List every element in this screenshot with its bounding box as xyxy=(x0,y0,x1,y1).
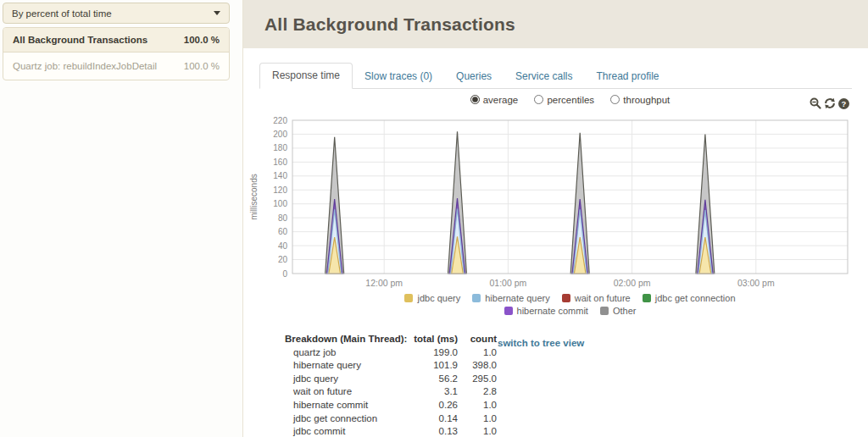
refresh-icon[interactable] xyxy=(824,97,836,109)
sort-filter-label: By percent of total time xyxy=(12,8,112,19)
svg-text:80: 80 xyxy=(278,213,288,223)
app-window: By percent of total time All Background … xyxy=(0,0,868,437)
breakdown-name: hibernate query xyxy=(285,359,414,373)
main-panel: All Background Transactions Response tim… xyxy=(243,0,868,437)
switch-to-tree-view-link[interactable]: switch to tree view xyxy=(498,338,584,348)
svg-text:milliseconds: milliseconds xyxy=(249,174,259,219)
svg-text:03:00 pm: 03:00 pm xyxy=(737,278,775,288)
breakdown-count: 398.0 xyxy=(458,359,497,373)
breakdown-name: hibernate commit xyxy=(285,399,414,412)
tab-thread-profile[interactable]: Thread profile xyxy=(584,64,670,89)
svg-text:12:00 pm: 12:00 pm xyxy=(365,278,403,288)
radio-percentiles-label: percentiles xyxy=(547,95,594,105)
breakdown-count: 2.8 xyxy=(458,385,497,399)
svg-text:140: 140 xyxy=(273,171,287,180)
legend-swatch-icon xyxy=(472,294,481,302)
chart-toolbar: ? xyxy=(810,97,849,109)
svg-text:180: 180 xyxy=(273,143,287,152)
legend-swatch-icon xyxy=(643,294,651,302)
breakdown-total: 3.1 xyxy=(414,385,458,399)
tab-response-time[interactable]: Response time xyxy=(259,63,353,89)
radio-average-input[interactable] xyxy=(470,95,480,104)
transaction-list: All Background Transactions 100.0 % Quar… xyxy=(3,27,230,80)
radio-average-label: average xyxy=(483,95,519,105)
transaction-list-item-quartz[interactable]: Quartz job: rebuildIndexJobDetail 100.0 … xyxy=(3,53,229,80)
radio-throughput[interactable]: throughput xyxy=(610,95,670,105)
breakdown-total: 0.26 xyxy=(414,399,458,412)
transaction-percent: 100.0 % xyxy=(184,61,220,71)
chevron-down-icon xyxy=(214,11,220,15)
breakdown-col-count: count xyxy=(458,333,497,346)
help-icon[interactable]: ? xyxy=(838,98,849,109)
svg-text:02:00 pm: 02:00 pm xyxy=(614,278,651,288)
radio-percentiles-input[interactable] xyxy=(534,95,543,104)
breakdown-count: 1.0 xyxy=(458,425,497,437)
breakdown-total: 199.0 xyxy=(414,346,458,360)
legend-label: jdbc get connection xyxy=(655,293,736,303)
breakdown-count: 1.0 xyxy=(458,346,497,360)
svg-text:220: 220 xyxy=(273,116,287,125)
chart-mode-radio-group: average percentiles throughput xyxy=(292,95,848,105)
legend-swatch-icon xyxy=(600,307,609,315)
legend-item-wait-on-future: wait on future xyxy=(562,293,631,303)
legend-swatch-icon xyxy=(504,307,513,315)
legend-swatch-icon xyxy=(562,294,570,302)
transaction-list-item-all[interactable]: All Background Transactions 100.0 % xyxy=(3,28,229,53)
breakdown-name: jdbc get connection xyxy=(285,412,414,426)
breakdown-total: 56.2 xyxy=(414,373,458,386)
svg-text:20: 20 xyxy=(278,255,288,264)
page-header: All Background Transactions xyxy=(243,0,868,48)
breakdown-name: jdbc commit xyxy=(285,425,414,437)
breakdown-header-row: Breakdown (Main Thread): total (ms) coun… xyxy=(285,333,497,346)
table-row: jdbc query 56.2 295.0 xyxy=(285,373,497,386)
legend-item-hibernate-commit: hibernate commit xyxy=(504,306,588,316)
svg-text:200: 200 xyxy=(273,130,287,139)
svg-text:0: 0 xyxy=(282,269,287,279)
radio-percentiles[interactable]: percentiles xyxy=(534,95,597,105)
legend-label: jdbc query xyxy=(417,293,460,303)
breakdown-name: quartz job xyxy=(285,346,414,360)
legend-row: jdbc query hibernate query wait on futur… xyxy=(292,293,848,303)
transaction-name: Quartz job: rebuildIndexJobDetail xyxy=(13,61,157,71)
transaction-percent: 100.0 % xyxy=(184,35,220,45)
legend-row: hibernate commit Other xyxy=(292,306,848,316)
response-time-chart[interactable]: 02040608010012014016018020022012:00 pm01… xyxy=(243,114,851,288)
breakdown-title: Breakdown (Main Thread): xyxy=(285,333,414,346)
sort-filter-dropdown[interactable]: By percent of total time xyxy=(3,3,230,24)
chart-legend: jdbc query hibernate query wait on futur… xyxy=(292,293,848,318)
table-row: quartz job 199.0 1.0 xyxy=(285,346,497,360)
legend-item-jdbc-query: jdbc query xyxy=(404,293,460,303)
tab-queries[interactable]: Queries xyxy=(444,64,504,89)
svg-text:160: 160 xyxy=(273,158,287,167)
chart-canvas[interactable]: 02040608010012014016018020022012:00 pm01… xyxy=(243,114,851,288)
tab-bar: Response time Slow traces (0) Queries Se… xyxy=(259,64,852,89)
breakdown-count: 1.0 xyxy=(458,399,497,412)
legend-label: hibernate commit xyxy=(517,306,588,316)
breakdown-name: jdbc query xyxy=(285,373,414,386)
svg-text:100: 100 xyxy=(273,199,287,208)
radio-throughput-input[interactable] xyxy=(610,95,620,104)
legend-label: hibernate query xyxy=(485,293,549,303)
sidebar: By percent of total time All Background … xyxy=(0,0,242,437)
transaction-name: All Background Transactions xyxy=(13,35,147,45)
breakdown-col-total: total (ms) xyxy=(414,333,458,346)
table-row: jdbc get connection 0.14 1.0 xyxy=(285,412,497,426)
table-row: wait on future 3.1 2.8 xyxy=(285,385,497,399)
breakdown-name: wait on future xyxy=(285,385,414,399)
breakdown-total: 0.14 xyxy=(414,412,458,426)
svg-text:60: 60 xyxy=(278,227,288,236)
svg-text:01:00 pm: 01:00 pm xyxy=(490,278,527,288)
table-row: hibernate query 101.9 398.0 xyxy=(285,359,497,373)
legend-swatch-icon xyxy=(404,294,413,302)
svg-text:40: 40 xyxy=(278,241,288,251)
tab-slow-traces[interactable]: Slow traces (0) xyxy=(353,64,444,89)
page-title: All Background Transactions xyxy=(264,14,515,35)
breakdown-count: 295.0 xyxy=(458,373,497,386)
legend-label: wait on future xyxy=(575,293,631,303)
legend-label: Other xyxy=(613,306,637,316)
breakdown-table: Breakdown (Main Thread): total (ms) coun… xyxy=(285,333,497,437)
zoom-out-icon[interactable] xyxy=(810,97,821,109)
legend-item-hibernate-query: hibernate query xyxy=(472,293,549,303)
tab-service-calls[interactable]: Service calls xyxy=(504,64,584,89)
radio-average[interactable]: average xyxy=(470,95,521,105)
